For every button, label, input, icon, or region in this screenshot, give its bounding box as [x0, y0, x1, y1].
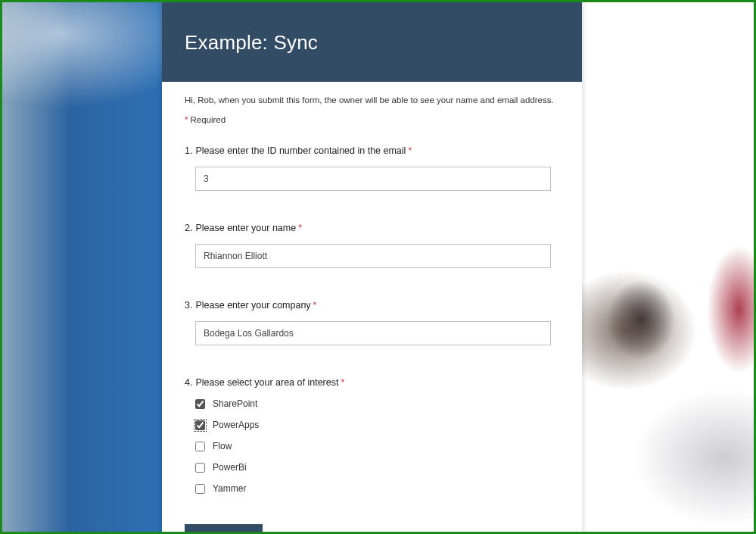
required-label: Required [190, 115, 226, 124]
option-powerbi[interactable]: PowerBi [195, 462, 559, 473]
option-sharepoint-label: SharePoint [213, 398, 257, 409]
asterisk-icon: * [408, 145, 412, 156]
question-1-label: 1. Please enter the ID number contained … [185, 145, 559, 156]
option-yammer[interactable]: Yammer [195, 483, 559, 494]
option-flow[interactable]: Flow [195, 441, 559, 451]
option-powerapps-label: PowerApps [213, 420, 259, 430]
option-powerbi-checkbox[interactable] [195, 463, 205, 473]
form-title: Example: Sync [185, 31, 559, 55]
question-1: 1. Please enter the ID number contained … [185, 145, 559, 191]
form-card: Example: Sync Hi, Rob, when you submit t… [162, 2, 582, 534]
submit-button[interactable]: Submit [185, 524, 263, 534]
form-body: Hi, Rob, when you submit this form, the … [162, 82, 582, 534]
option-yammer-label: Yammer [213, 483, 246, 494]
option-yammer-checkbox[interactable] [195, 484, 205, 494]
option-sharepoint-checkbox[interactable] [195, 399, 205, 409]
question-3: 3. Please enter your company * [185, 300, 559, 345]
question-4-label: 4. Please select your area of interest * [185, 377, 559, 388]
question-3-number: 3. [185, 300, 192, 311]
question-2-label: 2. Please enter your name * [185, 223, 559, 233]
question-3-input[interactable] [195, 321, 551, 345]
question-1-text: Please enter the ID number contained in … [195, 145, 406, 156]
question-2: 2. Please enter your name * [185, 223, 559, 268]
required-note: *Required [185, 115, 559, 124]
question-2-input[interactable] [195, 244, 551, 268]
asterisk-icon: * [298, 223, 302, 233]
asterisk-icon: * [313, 300, 317, 311]
option-powerbi-label: PowerBi [213, 462, 247, 473]
asterisk-icon: * [185, 115, 188, 124]
greeting-text: Hi, Rob, when you submit this form, the … [185, 95, 559, 105]
question-1-number: 1. [185, 145, 192, 156]
form-header: Example: Sync [162, 2, 582, 82]
question-4: 4. Please select your area of interest *… [185, 377, 559, 494]
option-flow-label: Flow [213, 441, 232, 451]
question-3-text: Please enter your company [195, 300, 310, 311]
question-2-number: 2. [185, 223, 192, 233]
question-2-text: Please enter your name [195, 223, 296, 233]
question-1-input[interactable] [195, 167, 551, 191]
asterisk-icon: * [341, 377, 344, 388]
option-sharepoint[interactable]: SharePoint [195, 398, 559, 409]
question-4-options: SharePointPowerAppsFlowPowerBiYammer [195, 398, 559, 494]
question-4-number: 4. [185, 377, 192, 388]
option-powerapps[interactable]: PowerApps [195, 420, 559, 430]
option-powerapps-checkbox[interactable] [195, 420, 205, 430]
question-4-text: Please select your area of interest [195, 377, 338, 388]
question-3-label: 3. Please enter your company * [185, 300, 559, 311]
option-flow-checkbox[interactable] [195, 442, 205, 451]
